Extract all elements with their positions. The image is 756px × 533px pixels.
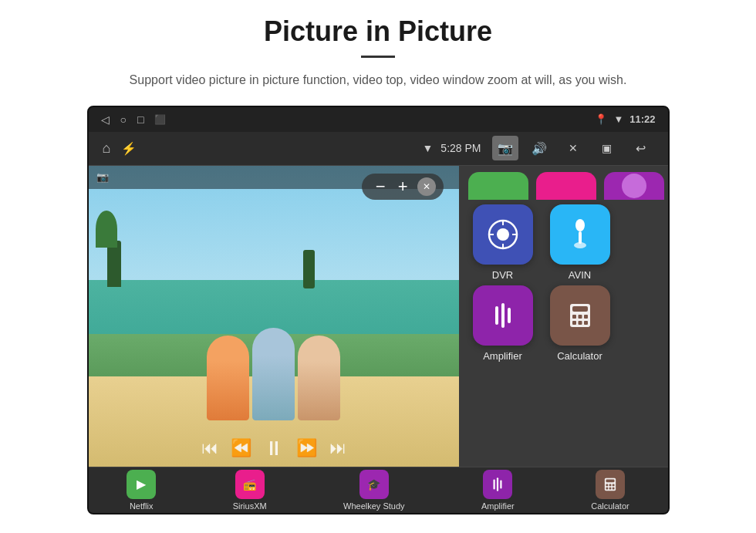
svg-rect-29 [609,487,612,489]
calculator-icon-box [550,285,610,346]
pip-area: 📷 − + ✕ ⏮ ⏪ ⏸ ⏩ [89,166,459,467]
bottom-wheelkey-label: Wheelkey Study [343,501,404,511]
svg-rect-27 [613,484,615,486]
svg-rect-25 [606,484,608,486]
status-time: 11:22 [629,113,655,125]
video-people [197,320,351,420]
wifi-icon: ▼ [423,142,434,154]
circle-icon[interactable]: ○ [120,113,127,126]
svg-rect-17 [572,321,576,325]
dvr-svg-icon [488,219,518,250]
bottom-calculator-label: Calculator [591,501,629,511]
next-button[interactable]: ⏩ [296,438,317,458]
amplifier-icon-box [473,285,533,346]
calculator-label: Calculator [557,350,602,362]
pip-close-button[interactable]: ✕ [417,177,436,196]
bottom-siriusxm[interactable]: 📻 SiriusXM [233,470,267,511]
home-icon[interactable]: ⌂ [103,140,111,157]
svg-point-1 [497,228,509,241]
rewind-button[interactable]: ⏮ [201,438,218,458]
svg-rect-19 [584,321,588,325]
svg-rect-15 [578,315,582,319]
back-arrow-icon[interactable]: ◁ [101,113,110,126]
svg-rect-11 [508,308,511,323]
location-icon: 📍 [595,113,607,125]
bottom-amplifier-svg [489,476,506,493]
svg-rect-9 [495,306,498,325]
pip-close-icon: ✕ [423,181,430,192]
svg-rect-22 [501,480,502,488]
dvr-app[interactable]: DVR [468,204,538,281]
page-subtitle: Support video picture in picture functio… [130,70,627,90]
avin-icon-box [550,204,610,265]
video-frame: 📷 − + ✕ ⏮ ⏪ ⏸ ⏩ [89,166,459,467]
apps-row-2: Amplifier [468,285,664,362]
pip-minus-button[interactable]: − [370,177,392,197]
svg-rect-7 [579,231,582,244]
page-wrapper: Picture in Picture Support video picture… [0,0,756,514]
svg-rect-21 [497,477,498,491]
svg-point-6 [575,219,585,231]
svg-rect-18 [578,321,582,325]
video-scene [89,166,459,467]
content-area: 📷 − + ✕ ⏮ ⏪ ⏸ ⏩ [89,166,668,467]
forward-button[interactable]: ⏭ [329,438,346,458]
siriusxm-partial-icon [536,172,596,200]
svg-rect-28 [606,487,608,489]
svg-rect-10 [501,303,505,328]
bottom-calculator-svg [602,476,619,493]
apps-area: DVR AVIN [459,166,670,467]
avin-svg-icon [565,219,596,250]
toolbar-left: ⌂ ⚡ [103,140,137,157]
bottom-netflix-icon: ▶ [127,470,156,499]
usb-icon[interactable]: ⚡ [121,141,137,156]
svg-rect-26 [609,484,612,486]
svg-rect-14 [572,315,576,319]
camera-button[interactable]: 📷 [492,136,518,160]
avin-app[interactable]: AVIN [545,204,615,281]
prev-button[interactable]: ⏪ [231,438,251,458]
svg-rect-24 [606,479,614,482]
svg-point-8 [574,242,586,248]
bottom-netflix-label: Netflix [130,501,154,511]
pip-controls-overlay: − + ✕ [362,174,444,200]
partial-icons-row [468,172,664,200]
status-bar-left: ◁ ○ □ ⬛ [101,113,167,126]
avin-label: AVIN [569,269,591,281]
volume-button[interactable]: 🔊 [526,136,552,160]
svg-rect-13 [572,306,588,312]
video-playback-controls: ⏮ ⏪ ⏸ ⏩ ⏭ [89,437,459,460]
wifi-signal-icon: ▼ [613,113,623,125]
close-x-button[interactable]: ✕ [560,136,586,160]
pip-camera-icon: 📷 [96,171,109,183]
person-1 [207,336,249,420]
square-icon[interactable]: □ [137,113,143,126]
pip-plus-button[interactable]: + [392,177,414,197]
bottom-wheelkey[interactable]: 🎓 Wheelkey Study [343,470,404,511]
svg-rect-20 [494,479,495,489]
play-button[interactable]: ⏸ [264,437,284,460]
apps-row-1: DVR AVIN [468,204,664,281]
bottom-wheelkey-icon: 🎓 [359,470,389,499]
title-divider [361,56,395,58]
page-title: Picture in Picture [264,15,492,48]
cast-icon[interactable]: ⬛ [154,114,166,125]
amplifier-app[interactable]: Amplifier [468,285,538,362]
bottom-siriusxm-icon: 📻 [235,470,265,499]
back-button[interactable]: ↩ [628,136,654,160]
bottom-amplifier-label: Amplifier [481,501,515,511]
amplifier-label: Amplifier [483,350,522,362]
bottom-calculator[interactable]: Calculator [591,470,629,511]
bottom-netflix[interactable]: ▶ Netflix [127,470,156,511]
status-bar-right: 📍 ▼ 11:22 [595,113,655,125]
netflix-play-icon: ▶ [137,477,146,491]
person-2 [252,328,295,420]
calculator-app[interactable]: Calculator [545,285,615,362]
bottom-amplifier[interactable]: Amplifier [481,470,515,511]
toolbar-right: ▼ 5:28 PM 📷 🔊 ✕ ▣ ↩ [423,136,654,160]
amplifier-svg-icon [488,300,518,331]
bottom-bar: ▶ Netflix 📻 SiriusXM 🎓 Wheelkey Study [89,467,668,513]
wheelkey-partial-icon [604,172,664,200]
siriusxm-radio-icon: 📻 [243,478,256,491]
pip-button[interactable]: ▣ [594,136,620,160]
